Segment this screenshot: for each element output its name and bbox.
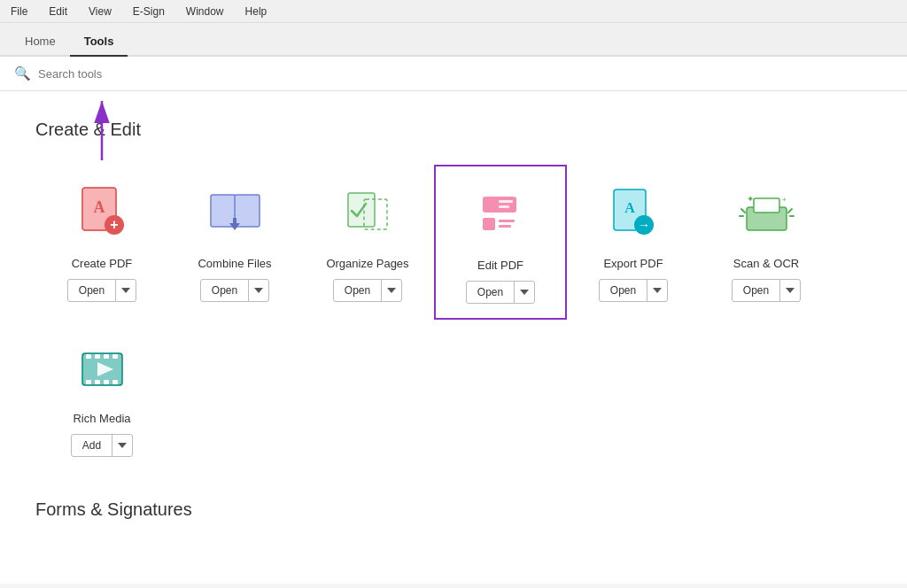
chevron-down-icon (254, 288, 263, 293)
tab-bar: Home Tools (0, 23, 907, 57)
svg-rect-13 (483, 197, 516, 213)
edit-pdf-btn-group: Open (466, 281, 535, 304)
tool-card-combine-files[interactable]: Combine Files Open (168, 165, 301, 320)
create-pdf-dropdown-button[interactable] (116, 284, 136, 297)
scan-ocr-open-button[interactable]: Open (733, 281, 779, 300)
create-pdf-icon: A + (70, 182, 134, 246)
svg-rect-37 (95, 380, 100, 384)
rich-media-name: Rich Media (73, 412, 130, 425)
svg-rect-35 (112, 354, 118, 359)
scan-ocr-dropdown-button[interactable] (780, 284, 800, 297)
svg-rect-38 (104, 380, 109, 384)
svg-rect-17 (499, 220, 515, 222)
combine-files-name: Combine Files (198, 257, 271, 270)
rich-media-btn-group: Add (71, 434, 133, 457)
tab-home[interactable]: Home (11, 27, 70, 57)
svg-text:→: → (638, 218, 650, 232)
create-pdf-open-button[interactable]: Open (68, 281, 115, 300)
rich-media-dropdown-button[interactable] (112, 439, 132, 452)
edit-pdf-open-button[interactable]: Open (467, 282, 514, 302)
menu-file[interactable]: File (7, 4, 31, 19)
export-pdf-icon: A → (601, 182, 665, 246)
main-content: Create & Edit (0, 91, 907, 584)
menu-bar: File Edit View E-Sign Window Help (0, 0, 907, 23)
create-pdf-name: Create PDF (72, 257, 133, 270)
export-pdf-name: Export PDF (603, 257, 663, 270)
organize-pages-icon (336, 182, 399, 246)
tool-card-scan-ocr[interactable]: ✦ + Scan & OCR Open (700, 165, 833, 320)
chevron-down-icon (520, 290, 529, 295)
edit-pdf-name: Edit PDF (477, 259, 523, 272)
edit-pdf-dropdown-button[interactable] (515, 286, 534, 298)
export-pdf-open-button[interactable]: Open (600, 281, 647, 300)
search-bar: 🔍 (0, 57, 907, 91)
export-pdf-dropdown-button[interactable] (647, 284, 667, 297)
tool-card-create-pdf[interactable]: A + Create PDF Open (35, 165, 168, 320)
menu-view[interactable]: View (85, 4, 115, 19)
svg-rect-16 (483, 218, 495, 230)
svg-rect-24 (754, 198, 779, 213)
svg-rect-15 (499, 205, 509, 208)
svg-text:✦: ✦ (747, 194, 754, 204)
tool-card-edit-pdf[interactable]: Edit PDF Open (434, 165, 567, 320)
svg-rect-34 (104, 354, 109, 359)
create-pdf-btn-group: Open (67, 279, 136, 302)
rich-media-add-button[interactable]: Add (72, 436, 112, 455)
tab-tools[interactable]: Tools (70, 27, 128, 57)
chevron-down-icon (653, 288, 662, 293)
svg-rect-39 (112, 380, 118, 384)
chevron-down-icon (118, 443, 127, 448)
svg-rect-14 (499, 200, 513, 203)
scan-ocr-icon: ✦ + (734, 182, 798, 246)
svg-rect-36 (86, 380, 91, 384)
chevron-down-icon (121, 288, 130, 293)
svg-text:A: A (624, 200, 635, 215)
menu-window[interactable]: Window (182, 4, 228, 19)
forms-signatures-title: Forms & Signatures (35, 499, 872, 520)
scan-ocr-name: Scan & OCR (733, 257, 799, 270)
svg-rect-10 (233, 218, 236, 225)
tool-card-export-pdf[interactable]: A → Export PDF Open (567, 165, 700, 320)
combine-files-btn-group: Open (200, 279, 269, 302)
svg-line-27 (788, 209, 792, 213)
organize-pages-open-button[interactable]: Open (334, 281, 381, 300)
svg-rect-8 (235, 195, 260, 227)
edit-pdf-icon (469, 184, 532, 248)
svg-text:A: A (94, 198, 105, 216)
create-edit-section: Create & Edit (35, 120, 872, 471)
organize-pages-btn-group: Open (333, 279, 402, 302)
export-pdf-btn-group: Open (599, 279, 668, 302)
scan-ocr-btn-group: Open (732, 279, 801, 302)
organize-pages-name: Organize Pages (326, 257, 408, 270)
search-input[interactable] (38, 67, 893, 81)
svg-rect-33 (95, 354, 100, 359)
forms-signatures-section: Forms & Signatures (35, 499, 872, 520)
svg-line-25 (741, 209, 745, 213)
search-icon: 🔍 (14, 66, 31, 81)
svg-text:+: + (110, 217, 118, 232)
svg-text:+: + (782, 196, 787, 204)
menu-help[interactable]: Help (242, 4, 271, 19)
chevron-down-icon (387, 288, 396, 293)
rich-media-icon (70, 337, 134, 401)
menu-esign[interactable]: E-Sign (129, 4, 168, 19)
combine-files-open-button[interactable]: Open (201, 281, 248, 300)
combine-files-icon (203, 182, 267, 246)
organize-pages-dropdown-button[interactable] (382, 284, 401, 297)
combine-files-dropdown-button[interactable] (249, 284, 268, 297)
svg-rect-18 (499, 225, 511, 228)
menu-edit[interactable]: Edit (45, 4, 71, 19)
chevron-down-icon (786, 288, 795, 293)
create-edit-tools-grid: A + Create PDF Open (35, 165, 872, 471)
svg-rect-32 (86, 354, 91, 359)
create-edit-title: Create & Edit (35, 120, 872, 140)
tool-card-rich-media[interactable]: Rich Media Add (35, 320, 168, 471)
tool-card-organize-pages[interactable]: Organize Pages Open (301, 165, 434, 320)
svg-rect-7 (211, 195, 236, 227)
